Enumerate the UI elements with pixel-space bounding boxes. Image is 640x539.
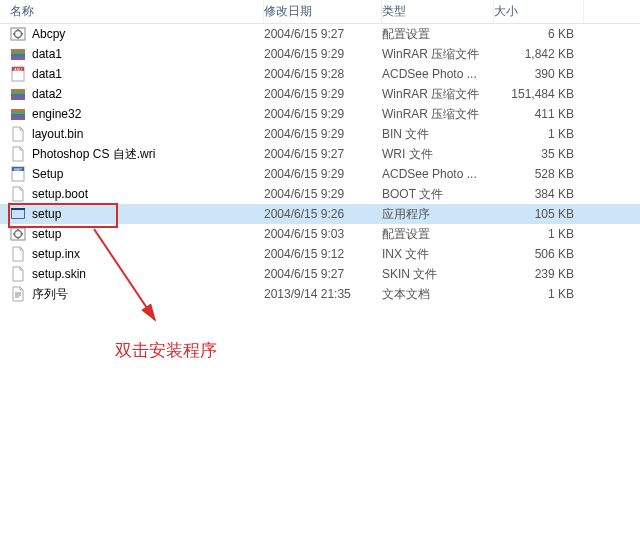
file-size: 384 KB (494, 187, 584, 201)
file-date: 2004/6/15 9:27 (264, 267, 382, 281)
file-name: Setup (32, 167, 63, 181)
file-size: 390 KB (494, 67, 584, 81)
file-row[interactable]: 序列号2013/9/14 21:35文本文档1 KB (0, 284, 640, 304)
svg-rect-6 (11, 57, 25, 60)
file-row[interactable]: engine322004/6/15 9:29WinRAR 压缩文件411 KB (0, 104, 640, 124)
file-type: WinRAR 压缩文件 (382, 86, 494, 103)
svg-rect-11 (11, 89, 25, 92)
file-row[interactable]: data12004/6/15 9:29WinRAR 压缩文件1,842 KB (0, 44, 640, 64)
file-row[interactable]: Abcpy2004/6/15 9:27配置设置6 KB (0, 24, 640, 44)
svg-rect-13 (11, 95, 25, 98)
svg-rect-3 (11, 49, 25, 52)
file-name-cell: BMPSetup (6, 166, 264, 182)
file-row[interactable]: ANUdata12004/6/15 9:28ACDSee Photo ...39… (0, 64, 640, 84)
svg-text:ANU: ANU (14, 68, 22, 72)
file-size: 1 KB (494, 127, 584, 141)
file-name-cell: Abcpy (6, 26, 264, 42)
file-name: Abcpy (32, 27, 65, 41)
bmp-icon: BMP (10, 166, 26, 182)
file-row[interactable]: setup.boot2004/6/15 9:29BOOT 文件384 KB (0, 184, 640, 204)
file-type: WinRAR 压缩文件 (382, 106, 494, 123)
file-size: 506 KB (494, 247, 584, 261)
txt-icon (10, 286, 26, 302)
rar-icon (10, 106, 26, 122)
svg-rect-4 (11, 52, 25, 55)
column-header-type[interactable]: 类型 (382, 0, 494, 23)
svg-rect-17 (11, 112, 25, 115)
column-header-size[interactable]: 大小 (494, 0, 584, 23)
file-name: setup.skin (32, 267, 86, 281)
annotation-text: 双击安装程序 (115, 339, 217, 362)
file-name-cell: setup (6, 226, 264, 242)
file-date: 2004/6/15 9:29 (264, 127, 382, 141)
file-list: Abcpy2004/6/15 9:27配置设置6 KBdata12004/6/1… (0, 24, 640, 304)
file-row[interactable]: data22004/6/15 9:29WinRAR 压缩文件151,484 KB (0, 84, 640, 104)
file-row[interactable]: setup.inx2004/6/15 9:12INX 文件506 KB (0, 244, 640, 264)
column-header: 名称 修改日期 类型 大小 (0, 0, 640, 24)
file-size: 6 KB (494, 27, 584, 41)
file-row[interactable]: setup.skin2004/6/15 9:27SKIN 文件239 KB (0, 264, 640, 284)
file-date: 2004/6/15 9:29 (264, 107, 382, 121)
file-date: 2004/6/15 9:26 (264, 207, 382, 221)
file-name-cell: setup (6, 206, 264, 222)
file-type: 配置设置 (382, 26, 494, 43)
file-row[interactable]: setup2004/6/15 9:26应用程序105 KB (0, 204, 640, 224)
file-name: data1 (32, 67, 62, 81)
file-type: 配置设置 (382, 226, 494, 243)
svg-rect-25 (11, 208, 25, 210)
file-row[interactable]: setup2004/6/15 9:03配置设置1 KB (0, 224, 640, 244)
file-name: data1 (32, 47, 62, 61)
file-type: WRI 文件 (382, 146, 494, 163)
file-type: ACDSee Photo ... (382, 167, 494, 181)
file-date: 2004/6/15 9:29 (264, 87, 382, 101)
file-type: INX 文件 (382, 246, 494, 263)
file-date: 2004/6/15 9:29 (264, 187, 382, 201)
svg-rect-24 (12, 210, 24, 218)
file-name-cell: 序列号 (6, 286, 264, 303)
svg-rect-16 (11, 109, 25, 112)
file-type: ACDSee Photo ... (382, 67, 494, 81)
file-name: data2 (32, 87, 62, 101)
rar-icon (10, 46, 26, 62)
file-row[interactable]: Photoshop CS 自述.wri2004/6/15 9:27WRI 文件3… (0, 144, 640, 164)
file-date: 2004/6/15 9:12 (264, 247, 382, 261)
file-row[interactable]: BMPSetup2004/6/15 9:29ACDSee Photo ...52… (0, 164, 640, 184)
file-icon (10, 146, 26, 162)
file-name-cell: data1 (6, 46, 264, 62)
file-type: 文本文档 (382, 286, 494, 303)
column-header-name[interactable]: 名称 (6, 0, 264, 23)
config-icon (10, 226, 26, 242)
file-name: Photoshop CS 自述.wri (32, 146, 155, 163)
file-row[interactable]: layout.bin2004/6/15 9:29BIN 文件1 KB (0, 124, 640, 144)
file-date: 2004/6/15 9:29 (264, 47, 382, 61)
file-name-cell: setup.boot (6, 186, 264, 202)
file-size: 35 KB (494, 147, 584, 161)
file-name: setup.boot (32, 187, 88, 201)
file-date: 2004/6/15 9:29 (264, 167, 382, 181)
file-date: 2004/6/15 9:03 (264, 227, 382, 241)
file-name: setup.inx (32, 247, 80, 261)
column-header-date[interactable]: 修改日期 (264, 0, 382, 23)
file-name-cell: setup.inx (6, 246, 264, 262)
file-type: WinRAR 压缩文件 (382, 46, 494, 63)
exe-icon (10, 206, 26, 222)
file-icon (10, 186, 26, 202)
svg-text:BMP: BMP (14, 168, 22, 172)
file-size: 528 KB (494, 167, 584, 181)
file-size: 1 KB (494, 287, 584, 301)
file-date: 2004/6/15 9:28 (264, 67, 382, 81)
file-size: 239 KB (494, 267, 584, 281)
file-name: setup (32, 207, 61, 221)
file-type: 应用程序 (382, 206, 494, 223)
file-size: 1 KB (494, 227, 584, 241)
file-type: SKIN 文件 (382, 266, 494, 283)
config-icon (10, 26, 26, 42)
file-size: 1,842 KB (494, 47, 584, 61)
file-name-cell: ANUdata1 (6, 66, 264, 82)
file-size: 105 KB (494, 207, 584, 221)
file-icon (10, 246, 26, 262)
file-date: 2013/9/14 21:35 (264, 287, 382, 301)
file-size: 151,484 KB (494, 87, 584, 101)
file-type: BIN 文件 (382, 126, 494, 143)
svg-rect-5 (11, 55, 25, 58)
